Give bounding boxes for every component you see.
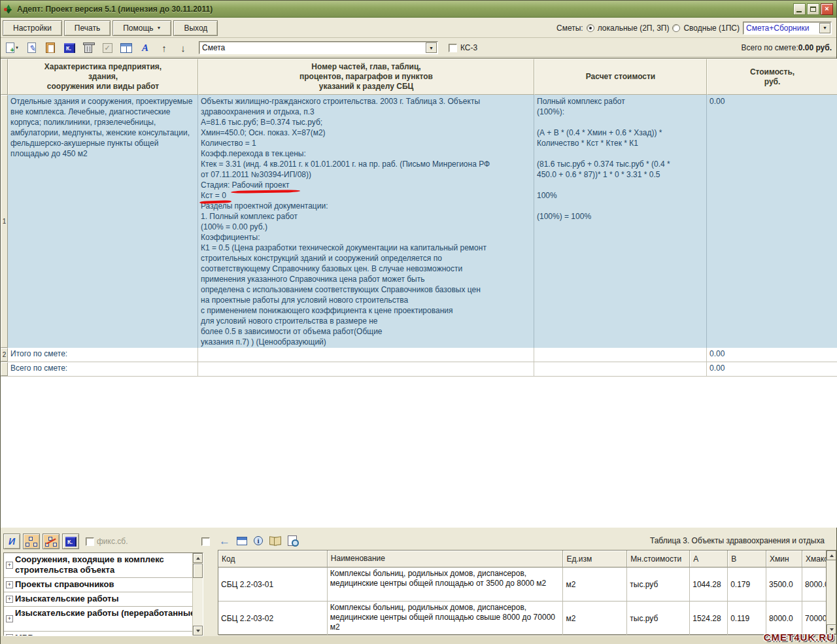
radio-summary-estimates[interactable] bbox=[672, 24, 680, 32]
estimates-switch: Сметы: локальные (2П, 3П) Сводные (1ПС) … bbox=[556, 22, 834, 35]
sbc-table-header: Код Наименование Ед.изм Мн.стоимости А В… bbox=[218, 551, 826, 568]
new-estimate-button[interactable]: +▼ bbox=[5, 41, 20, 54]
watermark: CMET4UK.RU bbox=[764, 632, 834, 643]
edit-icon: ✎ bbox=[27, 42, 36, 53]
chevron-down-icon[interactable]: ▼ bbox=[819, 23, 830, 33]
cell-a: 1044.28 bbox=[690, 568, 728, 602]
move-up-button[interactable]: ↑ bbox=[157, 41, 171, 54]
row1-cost: 0.00 bbox=[707, 95, 837, 348]
move-down-button[interactable]: ↓ bbox=[176, 41, 190, 54]
window-icon[interactable] bbox=[237, 537, 247, 545]
radio-local-label: локальные (2П, 3П) bbox=[598, 24, 670, 33]
header-sbc-reference: Номер частей, глав, таблиц, процентов, п… bbox=[198, 59, 534, 95]
cell-mult: тыс.руб bbox=[627, 568, 690, 602]
cell-mult: тыс.руб bbox=[627, 602, 690, 636]
menu-bar: Настройки Печать Помощь▼ Выход Сметы: ло… bbox=[1, 18, 836, 38]
back-arrow-icon[interactable]: ← bbox=[219, 535, 230, 547]
sbc-toolbar: ← i Таблица 3. Объекты здравоохранения и… bbox=[216, 532, 836, 550]
approve-button[interactable]: ✓ bbox=[100, 41, 114, 54]
catalog-panel: И К. фикс.сб. +Сооружения, входящие в ко… bbox=[2, 532, 214, 636]
tree-item-survey-works-revised[interactable]: +Изыскательские работы (переработанные) bbox=[4, 607, 203, 632]
sbc-row-1[interactable]: СБЦ 2.2-03-01 Комплексы больниц, родильн… bbox=[218, 568, 826, 602]
org-chart-cut-icon bbox=[45, 537, 57, 547]
estimate-total: Всего по смете:0.00 руб. bbox=[742, 43, 832, 52]
coefficients-button[interactable]: К. bbox=[62, 41, 77, 54]
radio-local-estimates[interactable] bbox=[587, 24, 594, 32]
paste-button[interactable] bbox=[43, 41, 58, 54]
sbc-row-2[interactable]: СБЦ 2.2-03-02 Комплексы больниц, родильн… bbox=[218, 602, 826, 636]
catalog-tree: +Сооружения, входящие в комплекс строите… bbox=[3, 552, 203, 636]
tree-item-survey-works[interactable]: +Изыскательские работы bbox=[4, 592, 203, 607]
bottom-strip bbox=[1, 636, 836, 644]
col-a: А bbox=[690, 551, 728, 568]
total-row-label: Всего по смете: bbox=[8, 362, 198, 376]
scrollbar-thumb[interactable] bbox=[193, 564, 203, 578]
estimate-combo-value: Смета bbox=[199, 43, 425, 52]
coefficients-button[interactable]: К. bbox=[62, 534, 79, 549]
cell-a: 1524.28 bbox=[690, 602, 728, 636]
structure-filter-button[interactable] bbox=[43, 534, 60, 549]
expand-plus-icon[interactable]: + bbox=[6, 596, 13, 603]
scroll-up-icon[interactable] bbox=[193, 553, 203, 563]
tree-scrollbar[interactable] bbox=[192, 553, 203, 636]
new-document-icon: + bbox=[6, 42, 14, 53]
chevron-down-icon[interactable]: ▼ bbox=[426, 42, 437, 53]
mode-select-value: Смета+Сборники bbox=[743, 24, 819, 33]
extra-checkbox[interactable] bbox=[201, 537, 210, 546]
header-cost-calc: Расчет стоимости bbox=[534, 59, 707, 95]
mode-select[interactable]: Смета+Сборники ▼ bbox=[743, 22, 832, 35]
total-row-value: 0.00 bbox=[707, 362, 837, 376]
delete-button[interactable] bbox=[81, 41, 95, 54]
menu-print[interactable]: Печать bbox=[64, 20, 111, 36]
row2-empty bbox=[534, 348, 707, 362]
ks3-checkbox[interactable] bbox=[449, 44, 457, 52]
tree-item-mrr[interactable]: +МРР bbox=[4, 632, 203, 636]
grid-row-1[interactable]: 1 Отдельные здания и сооружения, проекти… bbox=[1, 95, 837, 348]
tree-item-complex-structures[interactable]: +Сооружения, входящие в комплекс строите… bbox=[4, 553, 203, 578]
grid-row-total[interactable]: Всего по смете: 0.00 bbox=[1, 362, 837, 377]
grid-row-2[interactable]: 2 Итого по смете: 0.00 bbox=[1, 348, 837, 362]
down-arrow-icon: ↓ bbox=[180, 42, 186, 54]
clipboard-icon bbox=[46, 42, 55, 53]
close-button[interactable]: × bbox=[821, 3, 833, 15]
scroll-down-icon[interactable] bbox=[193, 626, 203, 636]
cell-unit: м2 bbox=[563, 602, 627, 636]
cell-unit: м2 bbox=[563, 568, 627, 602]
radio-summary-label: Сводные (1ПС) bbox=[683, 24, 740, 33]
expand-plus-icon[interactable]: + bbox=[6, 562, 13, 569]
col-xmax: Хмакс bbox=[802, 551, 826, 568]
sbc-table: Код Наименование Ед.изм Мн.стоимости А В… bbox=[218, 550, 826, 635]
font-button[interactable]: A bbox=[138, 41, 152, 54]
structure-button[interactable] bbox=[23, 534, 40, 549]
book-icon[interactable] bbox=[269, 537, 281, 545]
estimates-label: Сметы: bbox=[556, 24, 583, 33]
menu-help[interactable]: Помощь▼ bbox=[112, 20, 171, 36]
tree-item-reference-projects[interactable]: +Проекты справочников bbox=[4, 578, 203, 592]
row-number bbox=[1, 362, 8, 376]
expand-plus-icon[interactable]: + bbox=[6, 581, 13, 588]
up-arrow-icon: ↑ bbox=[162, 42, 167, 54]
estimate-combo[interactable]: Смета ▼ bbox=[199, 41, 438, 54]
row1-sbc-text-bottom: Разделы проектной документации: 1. Полны… bbox=[201, 201, 531, 347]
row2-value: 0.00 bbox=[707, 348, 837, 362]
app-window: Адепт: Проект версия 5.1 (лицензия до 30… bbox=[0, 0, 837, 644]
menu-exit[interactable]: Выход bbox=[173, 20, 218, 36]
fixed-collection-checkbox[interactable] bbox=[86, 537, 94, 546]
app-icon bbox=[4, 4, 14, 14]
restore-button[interactable] bbox=[807, 3, 819, 15]
col-name: Наименование bbox=[328, 551, 564, 568]
info-mode-button[interactable]: И bbox=[3, 534, 20, 549]
header-characteristic: Характеристика предприятия, здания, соор… bbox=[8, 59, 198, 95]
cell-xmax: 70000 bbox=[802, 602, 826, 636]
info-icon[interactable]: i bbox=[254, 536, 263, 545]
expand-plus-icon[interactable]: + bbox=[6, 615, 13, 622]
cell-b: 0.119 bbox=[728, 602, 766, 636]
document-search-icon[interactable] bbox=[288, 535, 297, 546]
scroll-up-icon[interactable] bbox=[827, 551, 836, 560]
sbc-table-scrollbar[interactable] bbox=[826, 550, 836, 635]
header-cost: Стоимость, руб. bbox=[707, 59, 837, 95]
minimize-button[interactable] bbox=[793, 3, 806, 15]
edit-button[interactable]: ✎ bbox=[24, 41, 39, 54]
table-view-button[interactable] bbox=[119, 41, 133, 54]
menu-settings[interactable]: Настройки bbox=[3, 20, 62, 36]
